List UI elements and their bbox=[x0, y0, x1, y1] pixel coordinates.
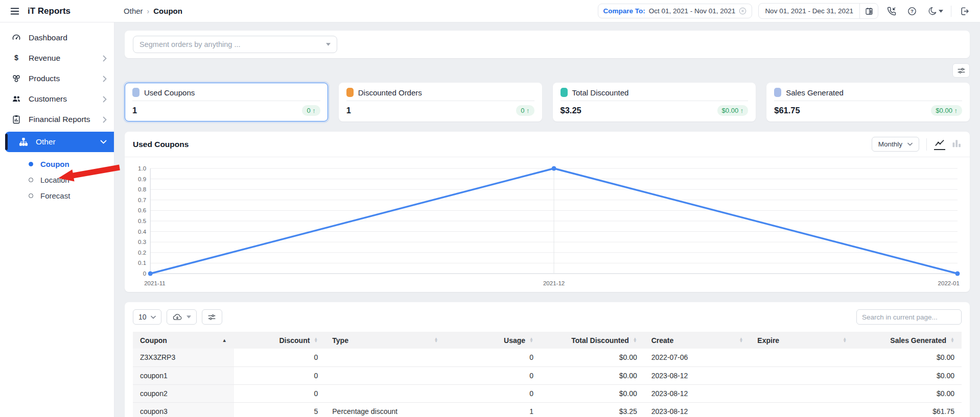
help-icon[interactable]: ? bbox=[905, 4, 919, 18]
series-swatch bbox=[561, 88, 568, 97]
stat-value: $3.25 bbox=[561, 106, 581, 115]
sidebar-subitem-label: Coupon bbox=[40, 160, 69, 168]
chevron-down-icon bbox=[151, 315, 156, 319]
bar-chart-icon[interactable] bbox=[951, 138, 962, 150]
stat-card-discounted-orders[interactable]: Discounted Orders 1 0 ↑ bbox=[339, 83, 542, 121]
caret-down-icon bbox=[326, 43, 331, 46]
divider bbox=[926, 138, 927, 151]
column-filter-button[interactable] bbox=[202, 309, 222, 325]
breadcrumb: Other › Coupon bbox=[124, 7, 182, 15]
svg-text:0.3: 0.3 bbox=[138, 239, 146, 245]
cell-type: Percentage discount bbox=[325, 402, 445, 417]
moon-icon[interactable] bbox=[925, 4, 945, 18]
stat-label: Discounted Orders bbox=[358, 88, 422, 97]
sidebar-item-label: Products bbox=[29, 74, 60, 83]
divider bbox=[774, 101, 962, 101]
breadcrumb-page: Coupon bbox=[153, 7, 182, 15]
customers-icon bbox=[11, 94, 21, 104]
chevron-right-icon bbox=[103, 55, 107, 62]
cell-sales-generated: $0.00 bbox=[854, 384, 962, 402]
change-badge: 0 ↑ bbox=[302, 105, 320, 116]
sidebar-item-label: Revenue bbox=[29, 54, 60, 63]
column-header-usage[interactable]: Usage▲▼ bbox=[445, 332, 541, 349]
column-header-expire[interactable]: Expire▲▼ bbox=[750, 332, 854, 349]
sort-both-icon: ▲▼ bbox=[950, 338, 954, 343]
sidebar-item-financial-reports[interactable]: Financial Reports bbox=[0, 109, 114, 130]
sliders-icon bbox=[207, 313, 216, 322]
breadcrumb-section[interactable]: Other bbox=[124, 7, 143, 15]
close-circle-icon[interactable] bbox=[739, 7, 746, 15]
svg-text:0.7: 0.7 bbox=[138, 197, 146, 203]
svg-text:0.8: 0.8 bbox=[138, 186, 146, 192]
menu-icon[interactable] bbox=[8, 5, 21, 18]
column-header-discount[interactable]: Discount▲▼ bbox=[234, 332, 325, 349]
table-search-input[interactable] bbox=[856, 309, 962, 325]
column-header-create[interactable]: Create▲▼ bbox=[644, 332, 751, 349]
column-header-sales-generated[interactable]: Sales Generated▲▼ bbox=[854, 332, 962, 349]
cell-sales-generated: $0.00 bbox=[854, 349, 962, 366]
cell-coupon: coupon2 bbox=[133, 384, 234, 402]
sidebar-item-customers[interactable]: Customers bbox=[0, 89, 114, 109]
segment-bar-card: Segment orders by anything ... bbox=[125, 31, 970, 58]
cell-coupon: coupon3 bbox=[133, 402, 234, 417]
sidebar-item-label: Dashboard bbox=[29, 33, 67, 42]
segment-select[interactable]: Segment orders by anything ... bbox=[133, 36, 337, 53]
cell-usage: 0 bbox=[445, 366, 541, 384]
stat-value: 1 bbox=[346, 106, 351, 115]
cell-usage: 0 bbox=[445, 384, 541, 402]
svg-text:0: 0 bbox=[143, 271, 146, 277]
table-row: Z3X3ZRP3 0 0 $0.00 2022-07-06 $0.00 bbox=[133, 349, 962, 366]
compare-range-value: Oct 01, 2021 - Nov 01, 2021 bbox=[649, 7, 736, 15]
sidebar-item-products[interactable]: Products bbox=[0, 68, 114, 89]
report-range-value[interactable]: Nov 01, 2021 - Dec 31, 2021 bbox=[759, 4, 859, 18]
sidebar-subitem-location[interactable]: Location bbox=[0, 172, 114, 188]
sort-both-icon: ▲▼ bbox=[843, 338, 847, 343]
logout-icon[interactable] bbox=[958, 4, 972, 18]
sidebar-item-dashboard[interactable]: Dashboard bbox=[0, 28, 114, 48]
phone-incoming-icon[interactable] bbox=[884, 4, 899, 18]
sliders-icon bbox=[957, 66, 966, 75]
sidebar-item-other[interactable]: Other bbox=[5, 132, 114, 152]
metrics-settings-button[interactable] bbox=[952, 63, 970, 78]
stat-card-total-discounted[interactable]: Total Discounted $3.25 $0.00 ↑ bbox=[553, 83, 756, 121]
sidebar-item-revenue[interactable]: $ Revenue bbox=[0, 48, 114, 68]
svg-text:?: ? bbox=[911, 9, 914, 14]
table-row: coupon3 5 Percentage discount 1 $3.25 20… bbox=[133, 402, 962, 417]
page-size-select[interactable]: 10 bbox=[133, 309, 161, 325]
column-header-type[interactable]: Type▲▼ bbox=[325, 332, 445, 349]
coupon-table: Coupon▲ Discount▲▼ Type▲▼ Usage▲▼ Total … bbox=[133, 332, 962, 417]
sort-both-icon: ▲▼ bbox=[529, 338, 533, 343]
sidebar-subitem-label: Location bbox=[40, 176, 69, 184]
column-header-coupon[interactable]: Coupon▲ bbox=[133, 332, 234, 349]
financial-reports-icon bbox=[11, 114, 21, 125]
divider bbox=[132, 101, 320, 101]
sidebar-item-label: Other bbox=[36, 137, 56, 146]
svg-text:$: $ bbox=[14, 54, 18, 62]
chart-title: Used Coupons bbox=[133, 140, 189, 149]
stat-label: Total Discounted bbox=[572, 88, 629, 97]
compare-date-range[interactable]: Compare To: Oct 01, 2021 - Nov 01, 2021 bbox=[598, 4, 753, 18]
divider bbox=[561, 101, 749, 101]
breadcrumb-separator-icon: › bbox=[147, 7, 150, 15]
caret-down-icon bbox=[186, 315, 191, 318]
stat-cards: Used Coupons 1 0 ↑ Discounted Orders 1 0… bbox=[125, 83, 970, 121]
interval-value: Monthly bbox=[878, 140, 902, 148]
export-button[interactable] bbox=[167, 309, 197, 325]
stat-card-used-coupons[interactable]: Used Coupons 1 0 ↑ bbox=[125, 83, 328, 121]
calendar-icon[interactable] bbox=[859, 4, 878, 18]
sort-asc-icon: ▲ bbox=[222, 337, 226, 343]
cell-create: 2023-08-12 bbox=[644, 384, 751, 402]
page-size-value: 10 bbox=[138, 313, 147, 321]
sidebar-subitem-forecast[interactable]: Forecast bbox=[0, 188, 114, 204]
chevron-right-icon bbox=[103, 96, 107, 103]
bullet-icon bbox=[29, 162, 33, 166]
sidebar-subitem-coupon[interactable]: Coupon bbox=[0, 156, 114, 172]
cell-type bbox=[325, 366, 445, 384]
cell-usage: 1 bbox=[445, 402, 541, 417]
interval-select[interactable]: Monthly bbox=[872, 137, 919, 152]
line-chart-icon[interactable] bbox=[934, 138, 945, 150]
stat-card-sales-generated[interactable]: Sales Generated $61.75 $0.00 ↑ bbox=[766, 83, 970, 121]
bullet-icon bbox=[29, 178, 33, 182]
sidebar-nav: Dashboard $ Revenue Products Customers bbox=[0, 22, 114, 417]
column-header-total-discounted[interactable]: Total Discounted▲▼ bbox=[541, 332, 644, 349]
